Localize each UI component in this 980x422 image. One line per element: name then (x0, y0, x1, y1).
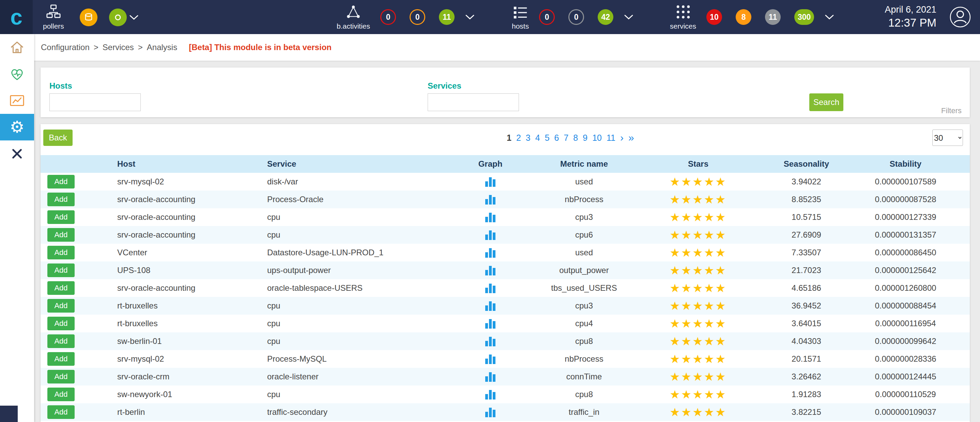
seasonality-cell: 3.94022 (772, 173, 841, 191)
seasonality-cell: 10.5715 (772, 208, 841, 226)
page-link-2[interactable]: 2 (516, 133, 521, 143)
graph-icon[interactable] (485, 194, 495, 204)
services-status-group[interactable]: services 10811300 (670, 0, 835, 34)
status-badge-ok[interactable]: 11 (439, 9, 455, 25)
graph-icon[interactable] (485, 230, 495, 240)
page-size-select[interactable]: 30 (932, 129, 963, 146)
status-ok-circle-icon[interactable] (109, 8, 127, 26)
star-rating: ★★★★★ (670, 370, 727, 383)
back-button[interactable]: Back (43, 129, 73, 146)
graph-icon[interactable] (485, 247, 495, 258)
table-row: Add srv-mysql-02 Process-MySQL nbProcess… (41, 350, 970, 368)
add-button[interactable]: Add (48, 299, 75, 312)
graph-icon[interactable] (485, 301, 495, 311)
add-cell: Add (41, 385, 117, 403)
services-filter-label: Services (428, 81, 461, 91)
hosts-icon (512, 4, 528, 20)
graph-icon[interactable] (485, 371, 495, 382)
last-page-icon[interactable]: » (628, 132, 634, 143)
chevron-down-icon[interactable] (624, 14, 634, 20)
business-activities-group[interactable]: b.activities 0011 (337, 0, 475, 34)
graph-icon[interactable] (485, 283, 495, 293)
page-link-8[interactable]: 8 (573, 133, 578, 143)
status-badge-critical-outline[interactable]: 0 (539, 9, 555, 25)
filters-link[interactable]: Filters (941, 106, 962, 115)
add-button[interactable]: Add (48, 334, 75, 348)
add-button[interactable]: Add (48, 193, 75, 206)
breadcrumb-services[interactable]: Services (103, 43, 134, 52)
user-profile-icon[interactable] (949, 6, 971, 28)
status-badge-unknown[interactable]: 11 (765, 9, 781, 25)
services-label: services (670, 22, 696, 30)
status-badge-ok[interactable]: 300 (794, 9, 814, 25)
graph-icon[interactable] (485, 336, 495, 346)
graph-icon[interactable] (485, 265, 495, 275)
status-badge-warning-outline[interactable]: 0 (410, 9, 425, 25)
hosts-filter-input[interactable] (49, 93, 141, 111)
services-filter-input[interactable] (428, 93, 519, 111)
page-link-11[interactable]: 11 (606, 133, 616, 143)
chevron-down-icon[interactable] (465, 14, 475, 20)
add-button[interactable]: Add (48, 210, 75, 224)
page-link-4[interactable]: 4 (535, 133, 540, 143)
stars-cell: ★★★★★ (625, 297, 772, 315)
graph-icon[interactable] (485, 354, 495, 364)
add-button[interactable]: Add (48, 281, 75, 295)
page-link-5[interactable]: 5 (545, 133, 550, 143)
metric-name-cell: tbs_used_USERS (543, 279, 625, 297)
add-button[interactable]: Add (48, 246, 75, 260)
hosts-badges: 0042 (539, 9, 613, 25)
status-badge-critical-outline[interactable]: 0 (380, 9, 396, 25)
page-link-1[interactable]: 1 (507, 133, 511, 143)
status-badge-unknown-outline[interactable]: 0 (568, 9, 584, 25)
stability-cell: 0.000000028336 (841, 350, 970, 368)
page-link-7[interactable]: 7 (563, 133, 568, 143)
page-link-10[interactable]: 10 (592, 133, 602, 143)
star-rating: ★★★★★ (670, 211, 727, 224)
pollers-group[interactable]: pollers (43, 0, 64, 34)
breadcrumb-separator: > (138, 43, 143, 52)
page-link-3[interactable]: 3 (526, 133, 531, 143)
add-button[interactable]: Add (48, 263, 75, 277)
add-button[interactable]: Add (48, 388, 75, 401)
sidebar-item-configuration[interactable]: ⚙ (0, 114, 34, 140)
add-button[interactable]: Add (48, 317, 75, 330)
administration-tools-icon (9, 146, 25, 162)
add-button[interactable]: Add (48, 352, 75, 366)
table-row: Add srv-mysql-02 disk-/var used ★★★★★ 3.… (41, 173, 970, 191)
graph-icon[interactable] (485, 389, 495, 400)
graph-icon[interactable] (485, 318, 495, 329)
add-button[interactable]: Add (48, 405, 75, 419)
graph-icon[interactable] (485, 407, 495, 417)
add-button[interactable]: Add (48, 370, 75, 384)
add-button[interactable]: Add (48, 228, 75, 242)
breadcrumb-analysis[interactable]: Analysis (147, 43, 177, 52)
sidebar-item-monitoring[interactable] (0, 61, 34, 87)
breadcrumb-configuration[interactable]: Configuration (41, 43, 90, 52)
database-icon[interactable] (80, 8, 97, 26)
stars-cell: ★★★★★ (625, 350, 772, 368)
graph-cell (438, 297, 543, 315)
sidebar-item-reporting[interactable] (0, 87, 34, 114)
graph-icon[interactable] (485, 212, 495, 222)
beta-notice: [Beta] This module is in beta version (189, 43, 332, 52)
search-button[interactable]: Search (809, 93, 843, 111)
stability-cell: 0.000000088454 (841, 297, 970, 315)
hosts-status-group[interactable]: hosts 0042 (512, 0, 634, 34)
next-page-icon[interactable]: › (620, 132, 624, 143)
status-badge-ok[interactable]: 42 (598, 9, 613, 25)
sidebar-item-administration[interactable] (0, 140, 34, 167)
page-link-6[interactable]: 6 (554, 133, 559, 143)
graph-icon[interactable] (485, 177, 495, 187)
configuration-gear-icon: ⚙ (10, 119, 24, 135)
chevron-down-icon[interactable] (824, 14, 835, 20)
sidebar-item-home[interactable] (0, 34, 34, 61)
status-badge-warning[interactable]: 8 (736, 9, 751, 25)
status-badge-critical[interactable]: 10 (706, 9, 722, 25)
centreon-logo[interactable]: c (0, 0, 33, 34)
add-button[interactable]: Add (48, 175, 75, 188)
chevron-down-icon[interactable] (129, 14, 139, 21)
graph-cell (438, 244, 543, 261)
sidebar-collapse-button[interactable] (0, 406, 18, 422)
page-link-9[interactable]: 9 (583, 133, 587, 143)
